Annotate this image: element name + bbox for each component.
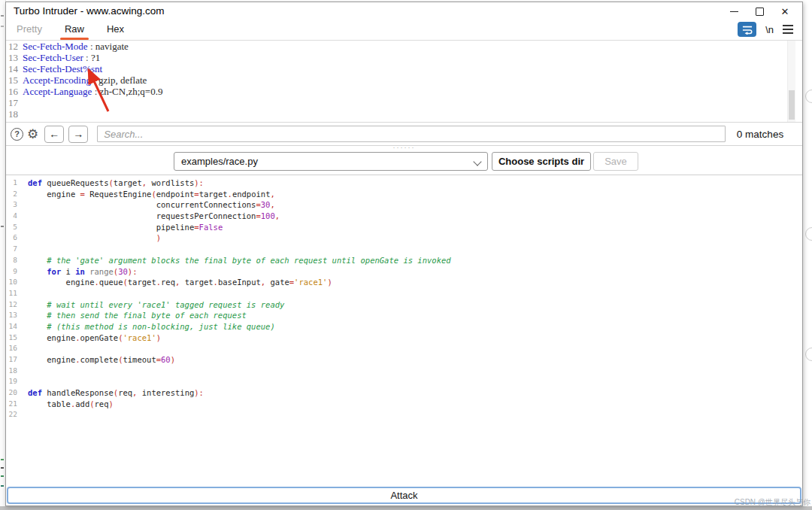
request-editor[interactable]: 12Sec-Fetch-Mode : navigate13Sec-Fetch-U… bbox=[6, 41, 802, 123]
script-select[interactable]: examples/race.py bbox=[174, 152, 488, 171]
code-line: 10 engine.queue(target.req, target.baseI… bbox=[6, 277, 802, 288]
code-token: ): bbox=[128, 267, 138, 276]
code-line: 17 engine.complete(timeout=60) bbox=[6, 354, 802, 366]
code-line-number: 5 bbox=[6, 222, 17, 233]
tab-pretty[interactable]: Pretty bbox=[15, 20, 44, 40]
code-line: 22 bbox=[6, 409, 802, 420]
code-token: 30 bbox=[261, 200, 271, 209]
request-line: 16Accept-Language : zh-CN,zh;q=0.9 bbox=[6, 86, 802, 97]
python-script-editor[interactable]: 1def queueRequests(target, wordlists):2 … bbox=[6, 175, 802, 490]
request-line-number: 13 bbox=[6, 52, 19, 63]
code-line-text: engine = RequestEngine(endpoint=target.e… bbox=[17, 189, 275, 200]
code-token: , bbox=[270, 200, 274, 209]
next-match-button[interactable]: → bbox=[68, 126, 88, 143]
code-line-text bbox=[17, 409, 28, 420]
splitter-handle[interactable]: ······ bbox=[393, 145, 416, 150]
code-line: 14 # (this method is non-blocking, just … bbox=[6, 321, 802, 332]
code-token: req bbox=[161, 278, 175, 287]
code-token: endpoint bbox=[232, 190, 271, 199]
code-line-number: 21 bbox=[6, 399, 17, 410]
turbo-intruder-window: Turbo Intruder - www.acwing.com ✕ Pretty… bbox=[5, 2, 803, 506]
word-wrap-icon bbox=[741, 25, 753, 35]
code-line: 2 engine = RequestEngine(endpoint=target… bbox=[6, 189, 802, 200]
title-bar[interactable]: Turbo Intruder - www.acwing.com ✕ bbox=[6, 2, 802, 20]
code-line: 15 engine.openGate('race1') bbox=[6, 332, 802, 344]
code-line: 21 table.add(req) bbox=[6, 399, 802, 410]
background-float-icon bbox=[805, 227, 812, 241]
request-line-text: Sec-Fetch-Mode : navigate bbox=[19, 41, 129, 52]
request-line-text: Accept-Encoding : gzip, deflate bbox=[19, 74, 147, 86]
code-token: # wait until every 'race1' tagged reques… bbox=[28, 300, 284, 309]
code-token: target bbox=[180, 278, 213, 287]
code-token: 100 bbox=[261, 211, 275, 220]
code-line: 4 requestsPerConnection=100, bbox=[6, 211, 802, 222]
attack-row: Attack bbox=[6, 487, 802, 505]
request-scrollbar[interactable] bbox=[787, 41, 795, 122]
code-line: 1def queueRequests(target, wordlists): bbox=[6, 178, 802, 189]
request-line-number: 15 bbox=[6, 74, 19, 86]
save-button[interactable]: Save bbox=[593, 152, 638, 171]
code-line-number: 14 bbox=[6, 321, 17, 332]
code-token: concurrentConnections bbox=[28, 200, 256, 209]
chevron-down-icon bbox=[473, 157, 481, 165]
gear-icon[interactable]: ⚙ bbox=[27, 128, 38, 141]
code-token: wordlists bbox=[147, 178, 194, 187]
code-token: target bbox=[114, 178, 142, 187]
tab-raw[interactable]: Raw bbox=[63, 20, 86, 40]
minimize-button[interactable] bbox=[721, 2, 747, 20]
code-line-number: 16 bbox=[6, 343, 17, 354]
code-token: ) bbox=[327, 278, 332, 287]
code-line-number: 4 bbox=[6, 211, 17, 222]
code-line-text: engine.complete(timeout=60) bbox=[17, 354, 175, 366]
code-token: table bbox=[28, 399, 71, 408]
request-line: 18 bbox=[6, 108, 802, 120]
window-controls: ✕ bbox=[721, 2, 798, 20]
code-token: def bbox=[28, 178, 42, 187]
code-token: def bbox=[28, 388, 42, 397]
code-line-number: 2 bbox=[6, 189, 17, 200]
attack-button[interactable]: Attack bbox=[7, 487, 801, 504]
code-token: ): bbox=[194, 388, 204, 397]
code-token: ) bbox=[156, 233, 161, 242]
code-line: 20def handleResponse(req, interesting): bbox=[6, 387, 802, 399]
previous-match-button[interactable]: ← bbox=[44, 126, 64, 143]
code-token: handleResponse bbox=[42, 388, 114, 397]
code-line-number: 10 bbox=[6, 277, 17, 288]
code-line-text: for i in range(30): bbox=[17, 266, 137, 278]
search-input[interactable] bbox=[97, 126, 726, 142]
word-wrap-toggle-button[interactable] bbox=[738, 22, 756, 37]
request-line-number: 17 bbox=[6, 97, 19, 108]
show-newlines-toggle[interactable]: \n bbox=[765, 24, 774, 35]
code-token: openGate bbox=[80, 333, 119, 342]
message-view-tab-bar: PrettyRawHex \n bbox=[6, 20, 802, 41]
request-line: 12Sec-Fetch-Mode : navigate bbox=[6, 41, 802, 52]
code-line-number: 17 bbox=[6, 354, 17, 366]
code-token: target bbox=[128, 278, 156, 287]
code-line-number: 13 bbox=[6, 310, 17, 321]
code-line: 19 bbox=[6, 376, 802, 387]
request-line-number: 18 bbox=[6, 108, 19, 120]
code-line: 9 for i in range(30): bbox=[6, 266, 802, 278]
code-line-text: pipeline=False bbox=[17, 222, 223, 233]
code-line-number: 22 bbox=[6, 409, 17, 420]
tab-hex[interactable]: Hex bbox=[105, 20, 126, 40]
code-token: # then send the final byte of each reque… bbox=[28, 311, 247, 320]
background-float-icon bbox=[805, 90, 812, 103]
help-icon[interactable]: ? bbox=[11, 128, 23, 141]
script-select-value: examples/race.py bbox=[181, 156, 258, 167]
close-button[interactable]: ✕ bbox=[772, 2, 798, 20]
request-line-text: Accept-Language : zh-CN,zh;q=0.9 bbox=[19, 86, 162, 97]
code-token: interesting bbox=[137, 388, 194, 397]
code-token: engine bbox=[28, 333, 75, 342]
request-scrollbar-thumb[interactable] bbox=[789, 90, 795, 120]
request-line: 14Sec-Fetch-Dest%snt bbox=[6, 63, 802, 74]
code-token: complete bbox=[80, 355, 119, 364]
code-token: for bbox=[47, 267, 61, 276]
maximize-button[interactable] bbox=[747, 2, 772, 20]
code-line-text bbox=[17, 288, 28, 299]
code-line-text: concurrentConnections=30, bbox=[17, 199, 275, 211]
choose-scripts-dir-button[interactable]: Choose scripts dir bbox=[492, 152, 591, 171]
menu-button[interactable] bbox=[783, 25, 793, 34]
minimize-icon bbox=[730, 11, 738, 12]
code-token: engine bbox=[28, 355, 75, 364]
